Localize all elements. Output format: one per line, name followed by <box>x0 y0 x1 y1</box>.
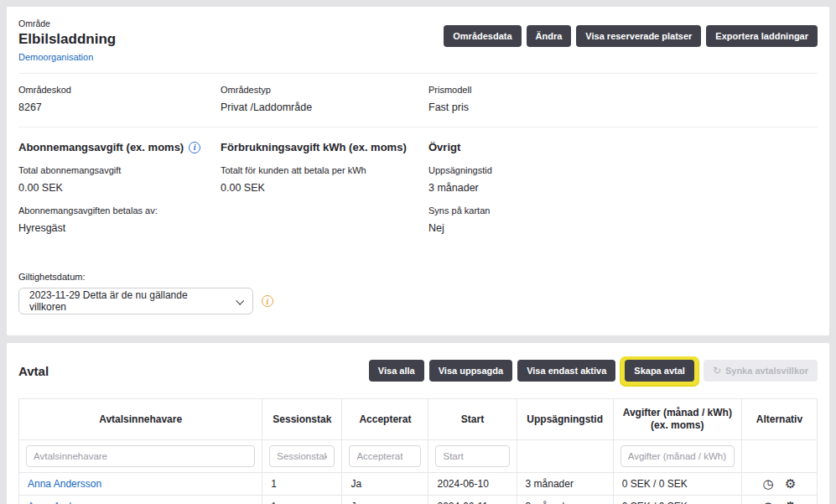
subscription-fee-column: Abonnemangsavgift (ex. moms) i Total abo… <box>18 141 221 235</box>
area-code-label: Områdeskod <box>18 85 221 96</box>
fees-value: 0 SEK / 0 SEK <box>613 496 741 504</box>
show-terminated-button[interactable]: Visa uppsagda <box>429 360 512 382</box>
sync-agreement-terms-button[interactable]: ↻ Synka avtalsvillkor <box>704 360 818 382</box>
gear-icon[interactable]: ⚙ <box>781 477 800 490</box>
title-block: Område Elbilsladdning Demoorganisation <box>18 18 116 64</box>
price-model-value: Fast pris <box>428 101 818 114</box>
sync-agreement-terms-label: Synka avtalsvillkor <box>725 366 808 376</box>
total-subscription-fee-label: Total abonnemangsavgift <box>18 165 221 176</box>
other-heading-row: Övrigt <box>428 141 818 154</box>
agreements-table: Avtalsinnehavare Sessionstak Accepterat … <box>18 398 818 504</box>
consumption-fee-heading: Förbrukningsavgift kWh (ex. moms) <box>221 141 407 154</box>
per-kwh-value: 0.00 SEK <box>221 182 428 195</box>
fee-paid-by-label: Abonnemangsavgiften betalas av: <box>18 205 221 216</box>
usage-statistics-icon[interactable]: ◷ <box>758 500 777 504</box>
notice-period-label: Uppsägningstid <box>428 165 818 176</box>
validity-section: Giltighetsdatum: 2023-11-29 Detta är de … <box>18 272 818 314</box>
header-accepted: Accepterat <box>342 399 428 440</box>
start-filter-input[interactable] <box>435 445 509 467</box>
session-cap-filter-input[interactable] <box>269 445 335 467</box>
consumption-fee-heading-row: Förbrukningsavgift kWh (ex. moms) <box>221 141 428 154</box>
agreement-holder-link[interactable]: Anna Andersson <box>28 478 101 490</box>
show-reserved-spots-button[interactable]: Visa reserverade platser <box>576 25 701 47</box>
area-code-field: Områdeskod 8267 <box>18 85 221 114</box>
validity-row: 2023-11-29 Detta är de nu gällande villk… <box>18 288 818 314</box>
export-charges-button[interactable]: Exportera laddningar <box>706 25 818 47</box>
organisation-link[interactable]: Demoorganisation <box>18 52 93 63</box>
total-subscription-fee-value: 0.00 SEK <box>18 182 221 195</box>
start-value: 2024-06-11 <box>428 496 517 504</box>
info-icon[interactable]: i <box>189 142 200 153</box>
validity-date-selected-option: 2023-11-29 Detta är de nu gällande villk… <box>29 289 226 313</box>
table-row: Anna Andersson 1 Ja 2024-06-11 3 månader… <box>19 496 818 504</box>
options-filter-empty <box>741 440 817 473</box>
agreement-holder-link[interactable]: Anna Andersson <box>28 501 101 504</box>
show-active-only-button[interactable]: Visa endast aktiva <box>517 360 615 382</box>
per-kwh-label: Totalt för kunden att betala per kWh <box>221 165 428 176</box>
area-data-button[interactable]: Områdesdata <box>444 25 521 47</box>
options-cell: ◷ ⚙ <box>741 496 817 504</box>
price-model-field: Prismodell Fast pris <box>428 85 818 114</box>
page: Område Elbilsladdning Demoorganisation O… <box>0 0 836 504</box>
notice-period-value: 3 månader <box>517 496 613 504</box>
start-value: 2024-06-10 <box>428 473 517 496</box>
notice-period-value: 3 månader <box>517 473 613 496</box>
agreements-header: Avtal Visa alla Visa uppsagda Visa endas… <box>18 356 818 385</box>
accepted-value: Ja <box>342 473 428 496</box>
area-info-row: Områdeskod 8267 Områdestyp Privat /Laddo… <box>18 74 818 127</box>
header-start: Start <box>428 399 517 440</box>
fee-paid-by-value: Hyresgäst <box>18 222 221 235</box>
other-heading: Övrigt <box>428 141 460 154</box>
page-title: Elbilsladdning <box>18 30 116 48</box>
header-actions: Områdesdata Ändra Visa reserverade plats… <box>444 18 818 47</box>
chevron-down-icon <box>236 296 244 304</box>
highlight-annotation: Skapa avtal <box>621 356 698 385</box>
subscription-fee-heading: Abonnemangsavgift (ex. moms) <box>18 141 184 154</box>
visible-on-map-label: Syns på kartan <box>428 205 818 216</box>
sync-icon: ↻ <box>713 366 721 376</box>
pricing-section: Abonnemangsavgift (ex. moms) i Total abo… <box>18 127 818 235</box>
area-kicker-label: Område <box>18 18 116 29</box>
agreements-title: Avtal <box>18 364 49 378</box>
price-model-label: Prismodell <box>428 85 818 96</box>
holder-filter-input[interactable] <box>26 445 255 467</box>
area-code-value: 8267 <box>18 101 221 114</box>
create-agreement-button[interactable]: Skapa avtal <box>625 360 694 382</box>
session-cap-value: 1 <box>262 496 342 504</box>
header-holder: Avtalsinnehavare <box>19 399 262 440</box>
table-header-row: Avtalsinnehavare Sessionstak Accepterat … <box>19 399 818 440</box>
visible-on-map-value: Nej <box>428 222 818 235</box>
subscription-fee-heading-row: Abonnemangsavgift (ex. moms) i <box>18 141 221 154</box>
area-details-card: Område Elbilsladdning Demoorganisation O… <box>7 7 829 335</box>
header-fees: Avgifter (månad / kWh) (ex. moms) <box>613 399 741 440</box>
options-cell: ◷ ⚙ <box>741 473 817 496</box>
header-notice-period: Uppsägningstid <box>517 399 613 440</box>
warning-icon[interactable]: i <box>262 295 273 307</box>
header-options: Alternativ <box>741 399 817 440</box>
show-all-button[interactable]: Visa alla <box>369 360 424 382</box>
area-header: Område Elbilsladdning Demoorganisation O… <box>18 18 818 74</box>
gear-icon[interactable]: ⚙ <box>781 500 800 504</box>
consumption-fee-column: Förbrukningsavgift kWh (ex. moms) Totalt… <box>221 141 428 235</box>
area-type-label: Områdestyp <box>221 85 428 96</box>
validity-date-label: Giltighetsdatum: <box>18 272 818 282</box>
area-type-value: Privat /Laddområde <box>221 101 428 114</box>
notice-period-value: 3 månader <box>428 182 818 195</box>
header-session-cap: Sessionstak <box>262 399 342 440</box>
table-row: Anna Andersson 1 Ja 2024-06-10 3 månader… <box>19 473 818 496</box>
session-cap-value: 1 <box>262 473 342 496</box>
accepted-value: Ja <box>342 496 428 504</box>
accepted-filter-input[interactable] <box>349 445 421 467</box>
agreements-card: Avtal Visa alla Visa uppsagda Visa endas… <box>7 343 829 504</box>
edit-button[interactable]: Ändra <box>527 25 572 47</box>
fees-value: 0 SEK / 0 SEK <box>613 473 741 496</box>
other-column: Övrigt Uppsägningstid 3 månader Syns på … <box>428 141 818 235</box>
notice-period-filter-empty <box>517 440 613 473</box>
fees-filter-input[interactable] <box>621 445 735 467</box>
validity-date-select[interactable]: 2023-11-29 Detta är de nu gällande villk… <box>18 288 253 314</box>
agreements-actions: Visa alla Visa uppsagda Visa endast akti… <box>369 356 818 385</box>
table-filter-row <box>19 440 818 473</box>
usage-statistics-icon[interactable]: ◷ <box>758 477 777 490</box>
area-type-field: Områdestyp Privat /Laddområde <box>221 85 428 114</box>
